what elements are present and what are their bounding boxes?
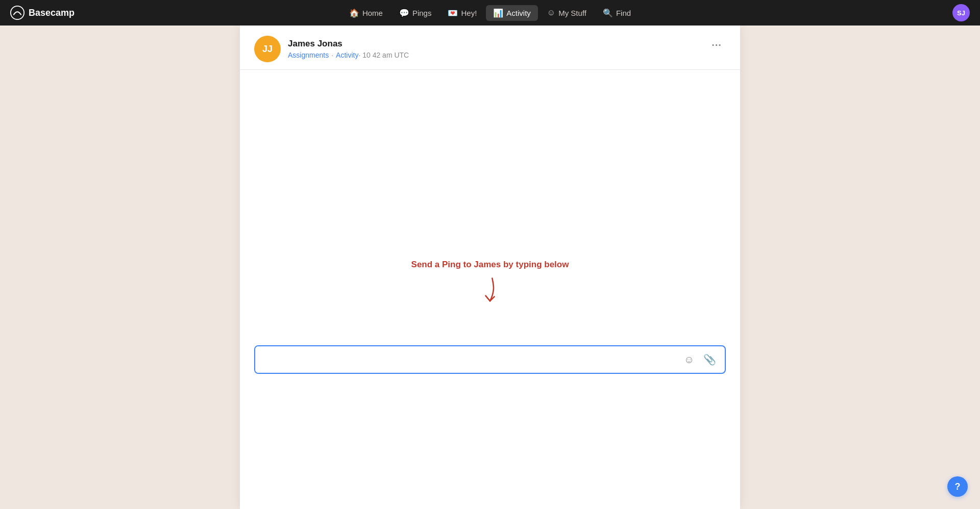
top-navigation: Basecamp 🏠 Home 💬 Pings 💌 Hey! 📊 Activit… [0,0,980,26]
nav-hey-label: Hey! [461,9,477,17]
nav-mystuff-label: My Stuff [558,9,586,17]
pings-icon: 💬 [399,8,409,18]
nav-find-label: Find [616,9,631,17]
nav-pings-label: Pings [412,9,432,17]
activity-icon: 📊 [493,8,503,18]
avatar: JJ [254,36,281,62]
chat-area: Send a Ping to James by typing below [240,70,740,345]
profile-time: · 10 42 am UTC [358,51,409,59]
arrow-indicator [411,274,569,304]
activity-link[interactable]: Activity [336,51,358,59]
nav-hey[interactable]: 💌 Hey! [440,5,484,21]
basecamp-logo[interactable]: Basecamp [10,6,75,20]
nav-activity[interactable]: 📊 Activity [486,5,538,21]
down-arrow-icon [475,274,505,304]
user-avatar[interactable]: SJ [952,4,970,21]
hey-icon: 💌 [448,8,458,18]
basecamp-logo-icon [10,6,24,20]
home-icon: 🏠 [349,8,359,18]
main-wrapper: JJ James Jonas Assignments · Activity · … [0,0,980,509]
logo-text: Basecamp [29,8,75,18]
assignments-link[interactable]: Assignments [288,51,329,59]
profile-links: Assignments · Activity · 10 42 am UTC [288,51,409,59]
profile-left: JJ James Jonas Assignments · Activity · … [254,36,409,62]
nav-pings[interactable]: 💬 Pings [392,5,439,21]
ping-prompt: Send a Ping to James by typing below [411,260,569,304]
help-button[interactable]: ? [947,476,968,497]
attach-button[interactable]: 📎 [700,350,719,369]
mystuff-icon: ☺ [547,8,555,17]
profile-name: James Jonas [288,39,409,49]
svg-point-0 [11,6,24,19]
message-input[interactable] [255,346,680,373]
emoji-button[interactable]: ☺ [680,350,698,369]
input-area: ☺ 📎 [240,345,740,388]
nav-home[interactable]: 🏠 Home [342,5,390,21]
dot-separator: · [331,51,333,59]
nav-home-label: Home [362,9,383,17]
more-options-button[interactable]: ··· [707,36,726,54]
ping-prompt-text: Send a Ping to James by typing below [411,260,569,270]
nav-mystuff[interactable]: ☺ My Stuff [540,5,594,20]
nav-activity-label: Activity [506,9,531,17]
profile-header: JJ James Jonas Assignments · Activity · … [240,26,740,70]
nav-find[interactable]: 🔍 Find [596,5,638,21]
message-input-wrapper: ☺ 📎 [254,345,726,374]
content-panel: JJ James Jonas Assignments · Activity · … [240,26,740,509]
nav-items: 🏠 Home 💬 Pings 💌 Hey! 📊 Activity ☺ My St… [342,5,638,21]
profile-info: James Jonas Assignments · Activity · 10 … [288,39,409,59]
find-icon: 🔍 [603,8,613,18]
input-actions: ☺ 📎 [680,350,725,369]
